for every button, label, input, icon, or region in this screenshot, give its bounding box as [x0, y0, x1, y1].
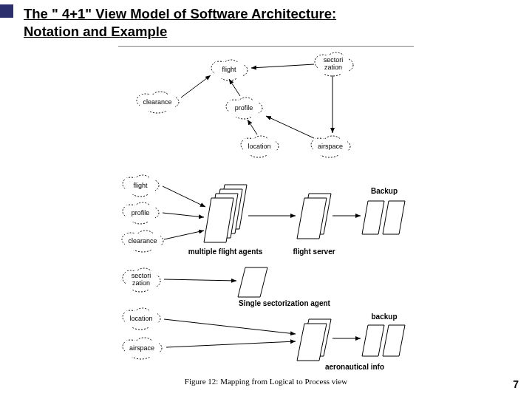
svg-text:zation: zation	[324, 64, 342, 71]
svg-text:sectori: sectori	[324, 56, 344, 64]
svg-text:clearance: clearance	[128, 237, 157, 245]
edge-flight-agents	[163, 186, 205, 207]
svg-text:airspace: airspace	[129, 344, 154, 352]
figure-caption: Figure 12: Mapping from Logical to Proce…	[111, 377, 421, 386]
title-line-2: Notation and Example	[24, 24, 167, 39]
edge-location-profile	[248, 120, 257, 134]
node-sectorization-left: sectori zation	[123, 268, 160, 292]
svg-text:flight: flight	[133, 182, 148, 189]
svg-marker-82	[383, 201, 405, 234]
edge-profile-agents	[163, 213, 204, 217]
edge-sector-agent	[164, 279, 236, 281]
svg-text:clearance: clearance	[143, 98, 171, 106]
edge-profile-flight	[229, 79, 240, 96]
edge-location-aero	[164, 319, 296, 334]
node-flight-top: flight	[211, 60, 248, 81]
backup-bottom	[362, 325, 405, 356]
node-flight-left: flight	[123, 175, 159, 197]
svg-text:location: location	[248, 143, 270, 150]
node-location-top: location	[241, 136, 279, 157]
svg-text:profile: profile	[235, 104, 253, 112]
svg-text:flight: flight	[222, 66, 236, 73]
svg-marker-87	[383, 325, 405, 356]
svg-text:airspace: airspace	[318, 143, 343, 150]
edge-airspace-aero	[166, 341, 296, 347]
slide-title: The " 4+1" View Model of Software Archit…	[24, 5, 336, 41]
svg-marker-83	[238, 267, 267, 297]
edge-sectorization-flight	[251, 64, 314, 68]
edge-clearance-flight	[181, 75, 211, 98]
label-single-sectorization: Single sectorization agent	[239, 299, 331, 307]
edge-airspace-profile	[266, 116, 314, 138]
diagram-svg: flight sectori zation clea	[111, 46, 421, 371]
page-number: 7	[513, 378, 519, 390]
node-clearance-top: clearance	[137, 92, 179, 113]
label-flight-server: flight server	[293, 248, 335, 256]
svg-text:zation: zation	[132, 279, 150, 287]
backup-top	[362, 201, 405, 234]
node-airspace-top: airspace	[311, 136, 350, 157]
node-sectorization-top: sectori zation	[315, 52, 353, 76]
flight-server	[297, 194, 331, 239]
svg-marker-86	[362, 325, 384, 356]
node-profile-left: profile	[123, 202, 159, 224]
label-multiple-flight-agents: multiple flight agents	[188, 248, 263, 256]
corner-decor	[0, 4, 13, 18]
title-line-1: The " 4+1" View Model of Software Archit…	[24, 6, 336, 21]
node-clearance-left: clearance	[122, 231, 163, 252]
svg-marker-81	[362, 201, 384, 234]
multiple-flight-agents	[204, 185, 247, 242]
edge-clearance-agents	[164, 231, 204, 239]
node-profile-top: profile	[226, 98, 262, 119]
svg-text:location: location	[129, 315, 152, 322]
aeronautical-info-server	[297, 319, 331, 361]
label-aero-info-server-1: aeronautical info	[325, 363, 384, 371]
svg-text:profile: profile	[132, 209, 150, 216]
label-backup-top: Backup	[371, 187, 398, 195]
figure-area: flight sectori zation clea	[111, 46, 421, 386]
svg-text:sectori: sectori	[132, 272, 151, 279]
node-airspace-left: airspace	[123, 338, 162, 359]
label-backup-bottom: backup	[371, 313, 397, 321]
single-sectorization-agent	[238, 267, 267, 297]
node-location-left: location	[123, 308, 160, 330]
